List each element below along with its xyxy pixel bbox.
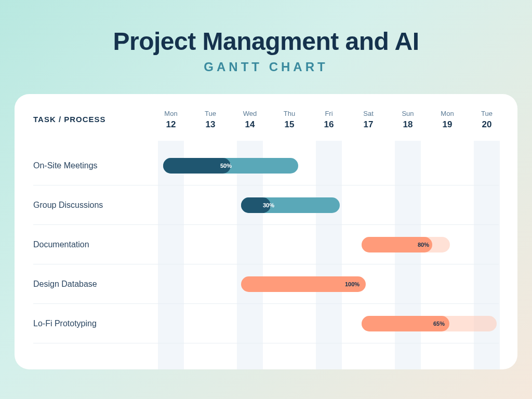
col-fri-16: Fri16 bbox=[311, 110, 347, 130]
col-wed-14: Wed14 bbox=[232, 110, 268, 130]
gantt-chart: TASK / PROCESS Mon12 Tue13 Wed14 Thu15 F… bbox=[33, 110, 499, 359]
gantt-bar-pct: 30% bbox=[263, 202, 274, 208]
task-header: TASK / PROCESS bbox=[33, 115, 106, 124]
gantt-bar-pct: 65% bbox=[433, 321, 445, 327]
gantt-bar-pct: 80% bbox=[418, 242, 429, 248]
col-sat-17: Sat17 bbox=[350, 110, 387, 130]
col-mon-19: Mon19 bbox=[429, 110, 466, 130]
task-label: Documentation bbox=[33, 240, 89, 249]
task-label: Lo-Fi Prototyping bbox=[33, 319, 97, 328]
col-thu-15: Thu15 bbox=[271, 110, 308, 130]
task-row: Design Database 100% bbox=[33, 264, 499, 304]
gantt-bar-pct: 100% bbox=[345, 281, 360, 287]
page-title: Project Managment and AI bbox=[0, 27, 532, 56]
task-row: Group Discussions 30% bbox=[33, 185, 499, 225]
col-sun-18: Sun18 bbox=[390, 110, 426, 130]
task-row: Lo-Fi Prototyping 65% bbox=[33, 304, 499, 343]
task-label: Design Database bbox=[33, 280, 97, 289]
task-row: Documentation 80% bbox=[33, 225, 499, 264]
task-label: Group Discussions bbox=[33, 201, 103, 210]
col-tue-20: Tue20 bbox=[469, 110, 505, 130]
task-row: On-Site Meetings 50% bbox=[33, 146, 499, 185]
page-subtitle: GANTT CHART bbox=[0, 60, 532, 74]
col-tue-13: Tue13 bbox=[192, 110, 229, 130]
gantt-card: TASK / PROCESS Mon12 Tue13 Wed14 Thu15 F… bbox=[15, 94, 517, 369]
col-mon-12: Mon12 bbox=[153, 110, 189, 130]
task-label: On-Site Meetings bbox=[33, 161, 98, 170]
gantt-bar-pct: 50% bbox=[220, 163, 232, 169]
